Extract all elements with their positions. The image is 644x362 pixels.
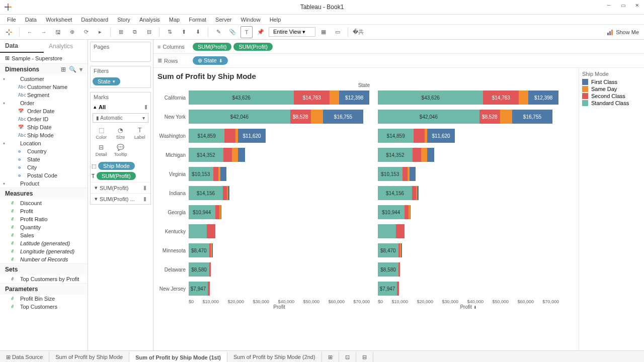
marks-all-toggle[interactable]: ▴ All▮ <box>91 102 150 112</box>
menu-format[interactable]: Format <box>185 16 210 24</box>
field-postal-code[interactable]: ⊕Postal Code <box>0 171 88 179</box>
bar[interactable]: $7,947 <box>378 282 559 296</box>
showme-button[interactable]: Show Me <box>607 29 639 36</box>
bar[interactable]: $10,153 <box>378 167 559 181</box>
group-icon[interactable]: 📎 <box>226 26 238 38</box>
bar[interactable]: $14,352 <box>189 148 370 162</box>
new-sheet-icon[interactable]: ⊞ <box>115 26 127 38</box>
menu-map[interactable]: Map <box>165 16 184 24</box>
new-datasource-icon[interactable]: ⊕ <box>66 26 78 38</box>
tableau-icon[interactable] <box>3 26 15 38</box>
legend-item[interactable]: Second Class <box>582 93 641 99</box>
bar[interactable]: $14,156 <box>378 186 559 200</box>
save-icon[interactable]: 🖫 <box>52 26 64 38</box>
pill-sumprofit[interactable]: SUM(Profit) <box>233 43 272 51</box>
bar[interactable]: $10,944 <box>378 205 559 219</box>
field-profit[interactable]: #Profit <box>0 207 88 215</box>
field-profit-ratio[interactable]: #Profit Ratio <box>0 215 88 223</box>
bar[interactable]: $8,580 <box>378 262 559 277</box>
pill-state[interactable]: ⊕ State ⬇ <box>193 56 228 65</box>
field-top-customers-by-profit[interactable]: #Top Customers by Profit <box>0 275 88 283</box>
menu-server[interactable]: Server <box>211 16 235 24</box>
menu-data[interactable]: Data <box>21 16 41 24</box>
bar[interactable]: $8,470 <box>189 243 370 257</box>
pill-sumprofit[interactable]: SUM(Profit) <box>193 43 231 51</box>
labels-icon[interactable]: T <box>240 26 253 38</box>
menu-analysis[interactable]: Analysis <box>135 16 164 24</box>
highlight-icon[interactable]: ✎ <box>212 26 224 38</box>
marks-sum-profit-2[interactable]: ▾SUM(Profit) ...▮ <box>91 193 150 204</box>
marks-pill-profit[interactable]: SUM(Profit) <box>97 172 135 180</box>
field-order-id[interactable]: AbcOrder ID <box>0 115 88 123</box>
field-quantity[interactable]: #Quantity <box>0 223 88 231</box>
filter-pill-state[interactable]: State ▾ <box>93 77 120 85</box>
legend-item[interactable]: First Class <box>582 79 641 85</box>
tooltip-shelf[interactable]: 💬Tooltip <box>111 142 130 159</box>
field-location[interactable]: ▾Location <box>0 139 88 147</box>
bar[interactable]: $14,859$11,620 <box>189 129 370 143</box>
menu-file[interactable]: File <box>3 16 20 24</box>
bar[interactable]: $14,352 <box>378 148 559 162</box>
forward-icon[interactable]: → <box>38 26 50 38</box>
pin-icon[interactable]: 📌 <box>255 26 267 38</box>
view-data-icon[interactable]: ⊞ <box>61 66 66 73</box>
field-longitude-(generated)[interactable]: #Longitude (generated) <box>0 247 88 255</box>
field-segment[interactable]: AbcSegment <box>0 91 88 99</box>
bar[interactable]: $14,859$11,620 <box>378 129 559 143</box>
bar[interactable]: $8,470 <box>378 243 559 257</box>
field-country[interactable]: ⊕Country <box>0 147 88 155</box>
search-icon[interactable]: 🔍 <box>69 66 76 73</box>
new-dashboard-icon[interactable]: ⊡ <box>339 352 356 362</box>
field-order[interactable]: ▾Order <box>0 99 88 107</box>
menu-worksheet[interactable]: Worksheet <box>42 16 76 24</box>
bar[interactable]: $43,626$14,763$12,398 <box>189 90 370 105</box>
bar[interactable]: $10,153 <box>189 167 370 181</box>
window-minimize-icon[interactable]: ─ <box>602 0 616 10</box>
field-latitude-(generated)[interactable]: #Latitude (generated) <box>0 239 88 247</box>
sheet-tab[interactable]: Sum of Profit by Ship Mode <box>49 352 129 362</box>
window-close-icon[interactable]: ✕ <box>630 0 644 10</box>
detail-shelf[interactable]: ⊟Detail <box>92 142 111 159</box>
fit-dropdown[interactable]: Entire View ▾ <box>269 27 315 37</box>
duplicate-icon[interactable]: ⧉ <box>129 26 141 38</box>
bar[interactable]: $42,046$8,528$16,755 <box>189 110 370 124</box>
field-city[interactable]: ⊕City <box>0 163 88 171</box>
field-profit-bin-size[interactable]: #Profit Bin Size <box>0 295 88 303</box>
field-customer-name[interactable]: AbcCustomer Name <box>0 83 88 91</box>
field-state[interactable]: ⊕State <box>0 155 88 163</box>
new-worksheet-icon[interactable]: ⊞ <box>322 352 339 362</box>
field-top-customers[interactable]: #Top Customers <box>0 303 88 311</box>
datasource-item[interactable]: ⊞ Sample - Superstore <box>0 53 88 63</box>
field-ship-date[interactable]: 📅Ship Date <box>0 123 88 131</box>
window-maximize-icon[interactable]: ▭ <box>616 0 630 10</box>
field-number-of-records[interactable]: #Number of Records <box>0 255 88 263</box>
menu-dashboard[interactable]: Dashboard <box>77 16 112 24</box>
sort-asc-icon[interactable]: ⬆ <box>178 26 190 38</box>
rows-shelf[interactable]: ≣Rows ⊕ State ⬇ <box>153 54 644 68</box>
bar[interactable]: $7,947 <box>189 282 370 296</box>
analytics-tab[interactable]: Analytics <box>44 40 88 53</box>
back-icon[interactable]: ← <box>24 26 36 38</box>
data-tab[interactable]: Data <box>0 40 44 53</box>
field-discount[interactable]: #Discount <box>0 199 88 207</box>
bar[interactable]: $8,580 <box>189 262 370 277</box>
menu-window[interactable]: Window <box>237 16 265 24</box>
bar[interactable]: $10,944 <box>189 205 370 219</box>
bar[interactable]: $43,626$14,763$12,398 <box>378 90 559 105</box>
size-shelf[interactable]: ◔Size <box>111 125 130 142</box>
bar[interactable]: $14,156 <box>189 186 370 200</box>
new-story-icon[interactable]: ⊟ <box>356 352 373 362</box>
field-customer[interactable]: ▾Customer <box>0 75 88 83</box>
sheet-tab[interactable]: Sum of Profit by Ship Mode (2nd) <box>227 352 322 362</box>
field-product[interactable]: ▾Product <box>0 179 88 188</box>
label-shelf[interactable]: TLabel <box>130 125 149 142</box>
viz-title[interactable]: Sum of Profit by Ship Mode <box>157 72 577 80</box>
bar[interactable]: $42,046$8,528$16,755 <box>378 110 559 124</box>
color-shelf[interactable]: ⬚Color <box>92 125 111 142</box>
columns-shelf[interactable]: ≡Columns SUM(Profit)SUM(Profit) <box>153 40 644 54</box>
sheet-tab[interactable]: Sum of Profit by Ship Mode (1st) <box>129 351 227 362</box>
legend-item[interactable]: Standard Class <box>582 100 641 106</box>
present-icon[interactable]: ▭ <box>332 26 344 38</box>
share-icon[interactable]: �共 <box>352 26 364 38</box>
legend-item[interactable]: Same Day <box>582 86 641 92</box>
